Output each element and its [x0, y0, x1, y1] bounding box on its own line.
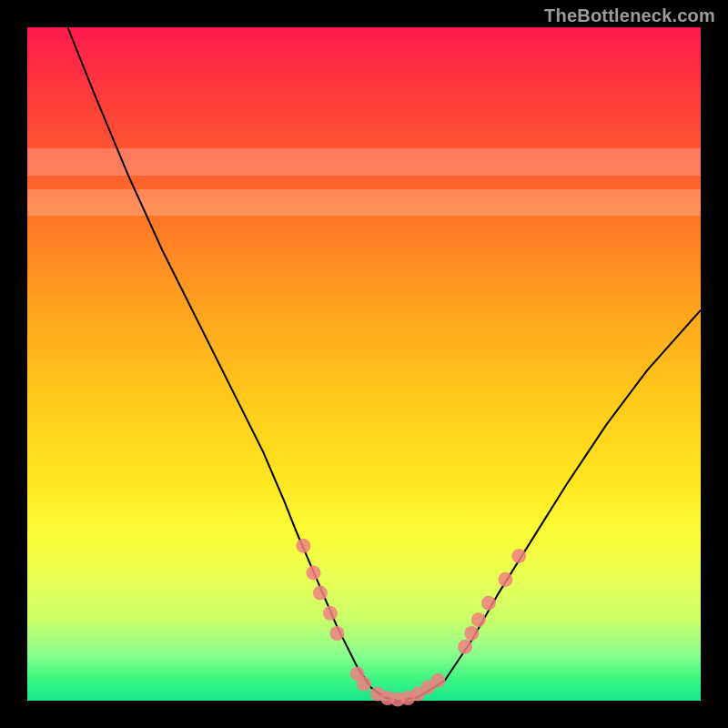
highlight-dot	[313, 586, 328, 601]
highlight-dot	[464, 626, 479, 641]
highlight-dot	[307, 565, 321, 580]
chart-svg	[27, 27, 701, 701]
chart-frame: TheBottleneck.com	[0, 0, 728, 728]
bottleneck-curve	[67, 27, 701, 701]
highlight-dot	[357, 677, 371, 692]
highlight-dot	[329, 626, 344, 641]
highlight-dot	[471, 612, 486, 627]
highlight-dot	[481, 596, 496, 611]
highlight-dot	[498, 572, 512, 587]
highlight-dot	[323, 606, 338, 621]
highlight-dot	[430, 673, 445, 688]
watermark-text: TheBottleneck.com	[544, 5, 715, 26]
highlight-dot	[511, 549, 526, 563]
highlight-dot	[458, 640, 472, 654]
highlight-dots-group	[296, 539, 526, 707]
highlight-dot	[296, 539, 310, 553]
